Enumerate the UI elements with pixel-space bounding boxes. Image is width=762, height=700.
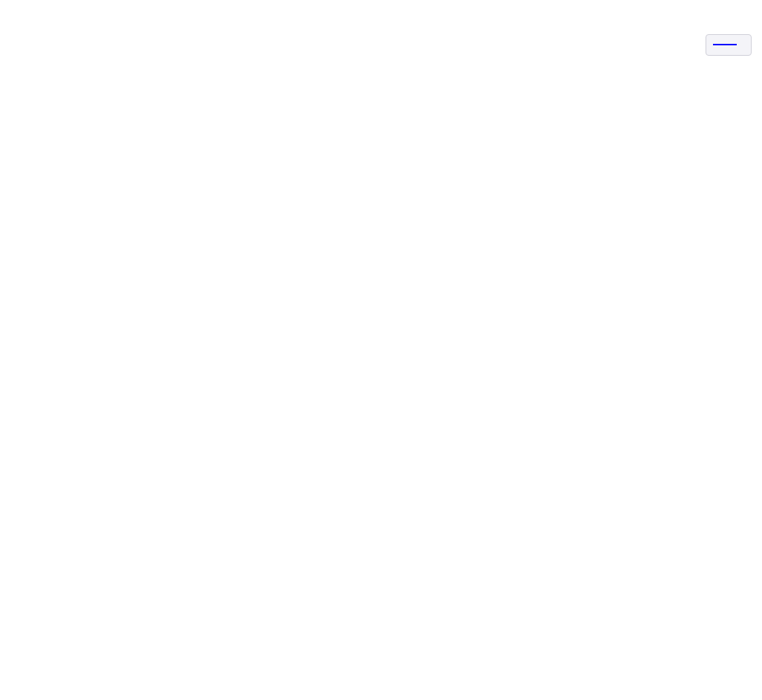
- legend: [706, 34, 752, 56]
- chart-canvas: [0, 0, 762, 700]
- figure: [0, 0, 762, 700]
- legend-line-icon: [713, 44, 737, 45]
